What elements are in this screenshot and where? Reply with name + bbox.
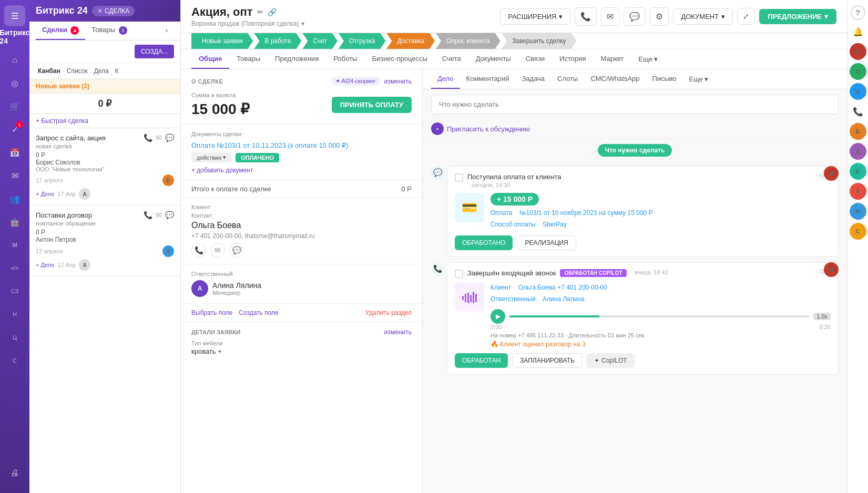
deal-1-chat-icon[interactable]: 💬 (165, 133, 174, 142)
create-field-link[interactable]: Создать поле (239, 309, 279, 316)
deal-badge-x[interactable]: ✕ (97, 7, 103, 15)
deal-funnel[interactable]: Воронка продаж (Повторная сделка) ▾ (191, 20, 304, 27)
payment-link[interactable]: №103/1 от 10 ноября 2023 (519, 209, 597, 217)
email-icon-btn[interactable]: ✉ (601, 7, 619, 26)
robot-icon[interactable]: 🤖 (4, 211, 25, 232)
home-icon[interactable]: ⌂ (4, 49, 25, 70)
view-kanban[interactable]: Канбан (36, 66, 63, 76)
code-icon[interactable]: </> (4, 258, 25, 279)
realizaciya-button[interactable]: РЕАЛИЗАЦИЯ (517, 235, 576, 250)
pay-button[interactable]: ПРИНЯТЬ ОПЛАТУ (332, 97, 412, 113)
tab-istoriya[interactable]: История (552, 49, 593, 69)
view-list[interactable]: Список (65, 66, 90, 76)
act-tab-kommentariy[interactable]: Комментарий (460, 69, 516, 89)
menu-icon[interactable]: ☰ (4, 5, 25, 26)
contact-phone-icon[interactable]: 📞 (191, 243, 206, 258)
tab-biznes-processy[interactable]: Бизнес-процессы (364, 49, 434, 69)
user-avatar-8[interactable]: Н (850, 203, 866, 220)
task-input[interactable] (431, 95, 839, 114)
contacts-icon[interactable]: 👥 (4, 188, 25, 209)
add-delo-link-2[interactable]: + Дело (36, 262, 54, 268)
view-k[interactable]: К (113, 66, 121, 76)
stage-opros[interactable]: Опрос клиента (436, 33, 501, 49)
call-client-link[interactable]: Ольга Боева +7 401 200-00-00 (518, 284, 607, 291)
deal-badge[interactable]: ✕ СДЕЛКА (92, 6, 135, 16)
user-avatar-1[interactable]: М (850, 43, 866, 60)
notifications-icon[interactable]: 🔔 (850, 23, 866, 40)
stage-novye-zayavki[interactable]: Новые заявки (191, 33, 253, 49)
deal-1-phone-icon[interactable]: 📞 (144, 133, 152, 142)
tab-market[interactable]: Маркет (594, 49, 631, 69)
tab-tovary-main[interactable]: Товары (229, 49, 268, 69)
choose-field-link[interactable]: Выбрать поле (191, 309, 232, 316)
quick-deal-button[interactable]: + Быстрая сделка (29, 114, 180, 128)
tab-tovary[interactable]: Товары 3 (85, 22, 133, 40)
calendar-icon[interactable]: 📅 (4, 142, 25, 163)
stage-dostavka[interactable]: Доставка (386, 33, 435, 49)
print-icon[interactable]: 🖨 (4, 463, 25, 484)
tasks-icon[interactable]: ✓1 (4, 119, 25, 140)
user-avatar-9[interactable]: С (850, 223, 866, 240)
tab-obschie[interactable]: Общие (191, 49, 229, 69)
deal-1-email-icon[interactable]: ✉ (156, 133, 162, 142)
tab-scheta[interactable]: Счета (435, 49, 468, 69)
copilot-button[interactable]: ✦ CopILOT (587, 353, 635, 368)
create-button[interactable]: СОЗДА... (135, 45, 174, 58)
add-delo-link-1[interactable]: + Дело (36, 191, 54, 197)
act-tab-delo[interactable]: Дело (431, 69, 460, 89)
deal-card-2[interactable]: Поставки договор 📞 ✉ 💬 повторное обращен… (29, 206, 180, 276)
user-avatar-6[interactable]: Е (850, 163, 866, 180)
stage-otgruzka[interactable]: Отгрузка (339, 33, 385, 49)
audio-progress-bar[interactable] (509, 315, 809, 317)
act-tab-sms[interactable]: СМС/WhatsApp (584, 69, 646, 89)
deal-2-chat-icon[interactable]: 💬 (165, 211, 174, 219)
delete-section-link[interactable]: Удалить раздел (365, 309, 412, 316)
obrabotano-button[interactable]: ОБРАБОТАНО (455, 235, 513, 250)
payment-checkbox[interactable] (455, 173, 463, 182)
contact-chat-icon[interactable]: 💬 (229, 243, 244, 258)
about-edit-link[interactable]: изменить (384, 78, 412, 85)
help-icon[interactable]: ? (851, 5, 865, 20)
doc-link[interactable]: Оплата №103/1 от 10.11.2023 (к оплате 15… (191, 141, 412, 149)
phone2-icon[interactable]: 📞 (850, 103, 866, 120)
tab-predlozheniya[interactable]: Предложения (268, 49, 326, 69)
n-label[interactable]: Н (4, 304, 25, 325)
audio-play-button[interactable]: ▶ (491, 309, 505, 324)
email-icon[interactable]: ✉ (4, 165, 25, 186)
ts-label[interactable]: Ц (4, 327, 25, 348)
invite-section[interactable]: + Пригласить к обсуждению (423, 119, 847, 139)
stage-zavershit[interactable]: Завершить сделку (502, 33, 577, 49)
deal-card-1[interactable]: Запрос с сайта, акция 📞 ✉ 💬 новая сделка… (29, 128, 180, 206)
stage-v-rabote[interactable]: В работе (254, 33, 301, 49)
tab-arrow[interactable]: › (159, 22, 174, 39)
tab-dokumenty[interactable]: Документы (468, 49, 518, 69)
stage-schet[interactable]: Счет (302, 33, 338, 49)
details-edit-link[interactable]: изменить (384, 328, 412, 336)
settings-icon-btn[interactable]: ⚙ (650, 7, 669, 26)
user-avatar-3[interactable]: А (850, 83, 866, 100)
tab-eshche[interactable]: Еще ▾ (631, 50, 665, 68)
target-icon[interactable]: ◎ (4, 73, 25, 94)
call-obrabatan-button[interactable]: ОБРАБОТАН (455, 353, 508, 368)
view-dela[interactable]: Дела (92, 66, 111, 76)
tag-icon[interactable]: M (4, 234, 25, 255)
link-icon[interactable]: 🔗 (268, 8, 277, 16)
расширения-button[interactable]: РАСШИРЕНИЯ ▾ (500, 8, 570, 25)
предложение-button[interactable]: ПРЕДЛОЖЕНИЕ ▾ (759, 9, 836, 24)
cz-label[interactable]: СЗ (4, 281, 25, 302)
документ-button[interactable]: ДОКУМЕНТ ▾ (673, 8, 733, 25)
what-to-do-chip[interactable]: Что нужно сделать (598, 144, 672, 157)
act-tab-eshche[interactable]: Еще ▾ (683, 70, 714, 88)
phone-icon-btn[interactable]: 📞 (575, 7, 597, 26)
chat-icon-btn[interactable]: 💬 (624, 7, 646, 26)
act-tab-pismo[interactable]: Письмо (646, 69, 683, 89)
s-label[interactable]: С (4, 350, 25, 371)
call-zaplanirovat-button[interactable]: ЗАПЛАНИРОВАТЬ (512, 353, 583, 368)
user-avatar-2[interactable]: О (850, 63, 866, 80)
act-tab-zadacha[interactable]: Задача (515, 69, 551, 89)
deal-2-email-icon[interactable]: ✉ (156, 211, 162, 219)
user-avatar-4[interactable]: Б (850, 123, 866, 140)
deal-2-phone-icon[interactable]: 📞 (144, 211, 152, 219)
contact-email-icon[interactable]: ✉ (210, 243, 225, 258)
tab-roboty[interactable]: Роботы (326, 49, 364, 69)
